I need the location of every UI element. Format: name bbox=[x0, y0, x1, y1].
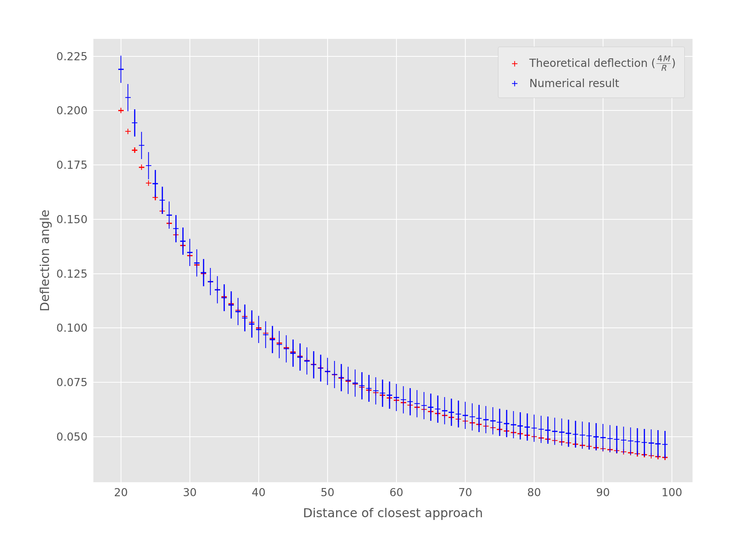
legend: Theoretical deflection (4MR) Numerical r… bbox=[498, 47, 685, 98]
y-tick-label: 0.200 bbox=[56, 104, 88, 117]
legend-marker-plus-icon bbox=[507, 58, 523, 69]
legend-label: Theoretical deflection (4MR) bbox=[530, 55, 676, 72]
x-tick-label: 20 bbox=[114, 486, 128, 499]
y-tick-label: 0.050 bbox=[56, 430, 88, 443]
x-tick-label: 60 bbox=[389, 486, 403, 499]
x-tick-label: 80 bbox=[527, 486, 541, 499]
x-tick-label: 70 bbox=[458, 486, 472, 499]
y-tick-label: 0.075 bbox=[56, 376, 88, 388]
y-tick-label: 0.175 bbox=[56, 159, 88, 172]
legend-label: Numerical result bbox=[530, 77, 619, 90]
y-axis-label: Deflection angle bbox=[37, 210, 52, 312]
x-axis-label: Distance of closest approach bbox=[303, 506, 483, 520]
data-layer bbox=[93, 39, 693, 482]
x-tick-label: 30 bbox=[183, 486, 197, 499]
legend-marker-plus-icon bbox=[507, 78, 523, 89]
x-tick-label: 40 bbox=[252, 486, 266, 499]
x-tick-label: 50 bbox=[321, 486, 335, 499]
x-tick-label: 100 bbox=[661, 486, 682, 499]
legend-entry-theoretical: Theoretical deflection (4MR) bbox=[505, 52, 677, 75]
legend-entry-numerical: Numerical result bbox=[505, 75, 677, 92]
y-tick-label: 0.125 bbox=[56, 267, 88, 280]
y-tick-label: 0.100 bbox=[56, 322, 88, 334]
chart-container: Theoretical deflection (4MR) Numerical r… bbox=[0, 0, 747, 560]
y-tick-label: 0.225 bbox=[56, 50, 88, 63]
x-tick-label: 90 bbox=[596, 486, 610, 499]
plot-area: Theoretical deflection (4MR) Numerical r… bbox=[93, 39, 693, 482]
y-tick-label: 0.150 bbox=[56, 213, 88, 226]
